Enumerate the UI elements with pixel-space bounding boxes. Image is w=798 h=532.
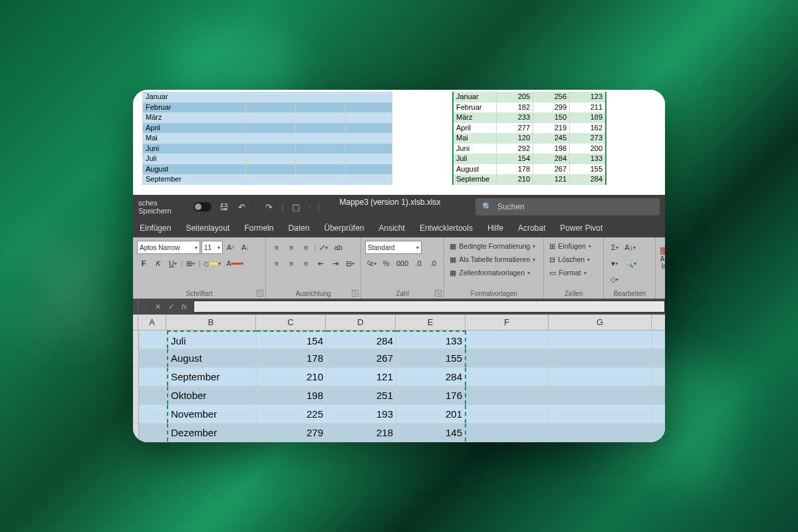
tab-power pivot[interactable]: Power Pivot [559, 221, 604, 235]
top-left-row[interactable]: Januar [133, 92, 396, 102]
tab-einfügen[interactable]: Einfügen [138, 221, 172, 235]
align-right-icon[interactable]: ≡ [299, 257, 313, 270]
tab-hilfe[interactable]: Hilfe [486, 221, 505, 235]
top-right-row[interactable]: Mai120245273 [452, 133, 665, 144]
orientation-icon[interactable]: ⤢▾ [317, 241, 331, 254]
fill-icon[interactable]: ▾▾ [608, 257, 621, 270]
bold-button[interactable]: F [137, 257, 150, 270]
top-right-row[interactable]: Septembe210121284 [452, 174, 665, 185]
sort-filter-icon[interactable]: A↓▾ [622, 241, 638, 254]
formula-input[interactable] [194, 301, 665, 313]
font-size-select[interactable]: 11▾ [201, 241, 223, 254]
camera-icon[interactable]: ▢ [290, 201, 301, 213]
top-right-row[interactable]: August178267155 [452, 164, 665, 175]
col-header-f[interactable]: F [466, 315, 549, 330]
borders-button[interactable]: ⊞▾ [184, 257, 198, 270]
ribbon-group-cells: ⊞ Einfügen▾ ⊟ Löschen▾ ▭ Format▾ Zellen [544, 237, 604, 299]
undo-icon[interactable]: ↶ [236, 201, 247, 213]
fx-icon[interactable]: fx [178, 303, 191, 311]
increase-font-icon[interactable]: A↑ [224, 241, 237, 254]
insert-cells-button[interactable]: ⊞ Einfügen▾ [548, 239, 599, 253]
align-center-icon[interactable]: ≡ [285, 257, 298, 270]
align-middle-icon[interactable]: ≡ [285, 241, 298, 254]
screenshot-card: JanuarFebruarMärzAprilMaiJuniJuliAugustS… [133, 90, 665, 442]
table-row[interactable]: August178267155 [133, 349, 665, 368]
cell-styles-button[interactable]: ▦ Zellenformatvorlagen▾ [448, 266, 539, 279]
find-icon[interactable]: 🔍▾ [622, 257, 638, 270]
number-format-select[interactable]: Standard▾ [365, 241, 422, 254]
table-row[interactable]: Juli154284133 [133, 331, 665, 349]
confirm-formula-icon[interactable]: ✓ [164, 303, 178, 311]
top-left-row[interactable]: Februar [133, 102, 396, 113]
title-bar: sches Speichern 🖫 ↶ ▾ ↷ | ▢ ▾ | Mappe3 (… [133, 195, 665, 219]
align-dialog-icon[interactable]: ⤡ [352, 290, 358, 297]
top-right-row[interactable]: März233150189 [452, 112, 665, 123]
number-dialog-icon[interactable]: ⤡ [435, 290, 442, 297]
top-right-row[interactable]: April277219162 [452, 123, 665, 134]
top-left-row[interactable]: Juli [133, 154, 396, 164]
table-row[interactable]: September210121284 [133, 368, 665, 386]
indent-left-icon[interactable]: ⇤ [314, 257, 327, 270]
align-left-icon[interactable]: ≡ [270, 257, 283, 270]
spreadsheet-grid[interactable]: A B C D E F G Juli154284133August1782671… [133, 315, 665, 442]
top-left-row[interactable]: April [133, 123, 396, 134]
indent-right-icon[interactable]: ⇥ [329, 257, 342, 270]
format-cells-button[interactable]: ▭ Format▾ [548, 266, 599, 279]
decrease-font-icon[interactable]: A↓ [239, 241, 252, 254]
align-bottom-icon[interactable]: ≡ [299, 241, 313, 254]
thousands-icon[interactable]: 000 [394, 257, 410, 270]
increase-decimal-icon[interactable]: .0 [412, 257, 425, 270]
col-header-d[interactable]: D [326, 315, 396, 330]
tab-formeln[interactable]: Formeln [243, 221, 275, 235]
addins-icon[interactable]: ▦ [660, 239, 665, 255]
cancel-formula-icon[interactable]: ✕ [151, 303, 164, 311]
col-header-c[interactable]: C [256, 315, 326, 330]
search-box[interactable]: 🔍 Suchen [475, 198, 660, 215]
save-icon[interactable]: 🖫 [218, 201, 229, 213]
clear-icon[interactable]: ◇▾ [608, 273, 621, 286]
align-top-icon[interactable]: ≡ [270, 241, 283, 254]
percent-icon[interactable]: % [380, 257, 393, 270]
col-header-g[interactable]: G [549, 315, 652, 330]
top-left-row[interactable]: Mai [133, 133, 396, 144]
top-left-row[interactable]: Juni [133, 144, 396, 154]
table-row[interactable]: Oktober198251176 [133, 386, 665, 405]
toggle-switch[interactable] [194, 202, 211, 211]
font-dialog-icon[interactable]: ⤡ [257, 290, 263, 297]
autosum-icon[interactable]: Σ▾ [608, 241, 621, 254]
wrap-text-icon[interactable]: ab [332, 241, 345, 254]
tab-entwicklertools[interactable]: Entwicklertools [418, 221, 474, 235]
col-header-b[interactable]: B [166, 315, 256, 330]
font-name-select[interactable]: Aptos Narrow▾ [137, 241, 200, 254]
tab-acrobat[interactable]: Acrobat [517, 221, 547, 235]
top-right-row[interactable]: Juni292198200 [452, 144, 665, 154]
autosave-toggle[interactable]: sches Speichern [138, 199, 211, 215]
ribbon-group-number: Standard▾ ₠▾ % 000 .0 .0 Zahl ⤡ [361, 237, 444, 299]
document-title[interactable]: Mappe3 (version 1).xlsb.xlsx ⌄ [340, 198, 443, 216]
italic-button[interactable]: K [152, 257, 165, 270]
table-row[interactable]: Dezember279218145 [133, 424, 665, 442]
top-left-row[interactable]: März [133, 112, 396, 123]
conditional-formatting-button[interactable]: ▦ Bedingte Formatierung▾ [448, 239, 539, 253]
tab-daten[interactable]: Daten [287, 221, 311, 235]
top-left-row[interactable]: August [133, 164, 396, 175]
currency-icon[interactable]: ₠▾ [365, 257, 378, 270]
top-right-row[interactable]: Juli154284133 [452, 154, 665, 164]
tab-ansicht[interactable]: Ansicht [378, 221, 406, 235]
col-header-a[interactable]: A [138, 315, 166, 330]
fill-color-button[interactable]: ◇▾ [201, 257, 223, 270]
font-color-button[interactable]: A▾ [224, 257, 245, 270]
tab-überprüfen[interactable]: Überprüfen [323, 221, 365, 235]
top-right-row[interactable]: Januar205256123 [452, 92, 665, 102]
delete-cells-button[interactable]: ⊟ Löschen▾ [548, 253, 599, 266]
merge-icon[interactable]: ⊟▾ [343, 257, 356, 270]
top-left-row[interactable]: September [133, 174, 396, 185]
format-as-table-button[interactable]: ▦ Als Tabelle formatieren▾ [448, 253, 539, 266]
col-header-e[interactable]: E [396, 315, 466, 330]
table-row[interactable]: November225193201 [133, 405, 665, 424]
tab-seitenlayout[interactable]: Seitenlayout [184, 221, 231, 235]
underline-button[interactable]: U▾ [166, 257, 180, 270]
redo-icon[interactable]: ↷ [263, 201, 275, 213]
top-right-row[interactable]: Februar182299211 [452, 102, 665, 113]
decrease-decimal-icon[interactable]: .0 [426, 257, 440, 270]
